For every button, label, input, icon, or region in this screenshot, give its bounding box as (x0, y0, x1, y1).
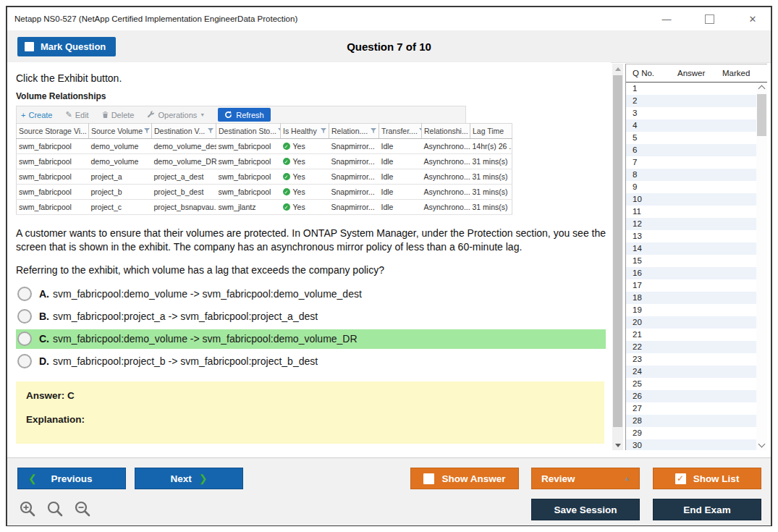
radio-button-icon[interactable] (17, 332, 32, 346)
chevron-left-icon: ❮ (28, 473, 37, 484)
save-session-button[interactable]: Save Session (531, 499, 640, 520)
question-list-item-9[interactable]: 9 (626, 181, 757, 193)
question-list-item-8[interactable]: 8 (626, 169, 757, 181)
zoom-out-icon[interactable] (74, 500, 91, 518)
plus-icon: + (21, 111, 25, 119)
question-counter: Question 7 of 10 (7, 30, 771, 62)
question-list-item-20[interactable]: 20 (626, 316, 757, 329)
minimize-icon[interactable]: — (660, 14, 673, 25)
column-header: Source Volume (89, 124, 152, 139)
question-list-item-13[interactable]: 13 (626, 230, 757, 242)
filter-icon (208, 128, 213, 134)
show-answer-button[interactable]: Show Answer (410, 468, 519, 489)
next-button[interactable]: Next ❯ (135, 468, 243, 489)
question-list-item-15[interactable]: 15 (626, 255, 757, 267)
review-dropdown[interactable]: Review ▲ (531, 468, 640, 489)
end-exam-button[interactable]: End Exam (653, 499, 761, 520)
question-list-item-25[interactable]: 25 (626, 378, 757, 390)
question-list-item-12[interactable]: 12 (626, 218, 757, 230)
question-list-item-6[interactable]: 6 (626, 144, 757, 156)
question-list-item-29[interactable]: 29 (626, 427, 757, 439)
question-list-item-24[interactable]: 24 (626, 366, 757, 378)
previous-button[interactable]: ❮ Previous (17, 468, 126, 489)
column-header: Destination V... (152, 124, 216, 139)
question-list-item-1[interactable]: 1 (626, 83, 757, 95)
mark-question-label: Mark Question (41, 41, 106, 52)
scrollbar-thumb[interactable] (613, 75, 622, 427)
zoom-reset-icon[interactable] (46, 500, 64, 518)
answer-explanation-panel: Answer: C Explanation: (16, 381, 604, 444)
question-list-item-27[interactable]: 27 (626, 402, 757, 415)
qno-column-header: Q No. (626, 69, 677, 77)
question-list-item-17[interactable]: 17 (626, 279, 757, 292)
table-row: swm_fabricpoolproject_cproject_bsnapvau.… (17, 200, 512, 215)
answer-option-a[interactable]: A.svm_fabricpool:demo_volume -> svm_fabr… (16, 284, 606, 304)
question-list-item-26[interactable]: 26 (626, 390, 757, 402)
zoom-in-icon[interactable] (19, 500, 36, 518)
refresh-button: Refresh (218, 108, 271, 122)
question-list-item-30[interactable]: 30 (626, 439, 757, 450)
answer-option-d[interactable]: D.svm_fabricpool:project_b -> svm_fabric… (16, 352, 606, 371)
question-list-item-14[interactable]: 14 (626, 242, 757, 255)
question-list-item-28[interactable]: 28 (626, 415, 757, 427)
scroll-down-icon[interactable] (756, 440, 767, 450)
question-list-item-21[interactable]: 21 (626, 329, 757, 341)
question-list-item-5[interactable]: 5 (626, 132, 757, 144)
question-list-item-22[interactable]: 22 (626, 341, 757, 353)
chevron-up-icon: ▲ (624, 475, 630, 482)
maximize-icon[interactable] (705, 14, 714, 24)
column-header: Destination Sto... (216, 124, 281, 139)
create-button: + Create (21, 111, 52, 119)
question-list-item-7[interactable]: 7 (626, 156, 757, 169)
question-prompt: Referring to the exhibit, which volume h… (16, 264, 611, 276)
scroll-up-icon[interactable] (612, 64, 623, 74)
radio-button-icon[interactable] (17, 287, 32, 301)
question-list-item-11[interactable]: 11 (626, 206, 757, 218)
marked-column-header: Marked (722, 69, 760, 77)
column-header: Source Storage Vi... (17, 124, 89, 139)
show-answer-checkbox[interactable] (423, 473, 434, 484)
question-list-item-19[interactable]: 19 (626, 304, 757, 316)
question-list-panel: Q No. Answer Marked 12345678910111213141… (625, 64, 767, 450)
scrollbar-thumb[interactable] (757, 94, 766, 136)
column-header: Transfer.... (379, 124, 422, 139)
column-header: Relationshi... (422, 124, 470, 139)
mark-question-checkbox[interactable] (25, 42, 34, 51)
question-list-item-4[interactable]: 4 (626, 119, 757, 132)
radio-button-icon[interactable] (17, 354, 32, 368)
question-list-header: Q No. Answer Marked (626, 64, 767, 83)
scroll-up-icon[interactable] (756, 83, 767, 93)
column-header: Lag Time (470, 124, 512, 139)
question-list-item-10[interactable]: 10 (626, 193, 757, 206)
answer-option-b[interactable]: B.svm_fabricpool:project_a -> svm_fabric… (16, 307, 606, 326)
explanation-line: Explanation: (26, 414, 594, 425)
pencil-icon: ✎ (65, 110, 72, 119)
question-header-band: Question 7 of 10 Mark Question (7, 30, 771, 63)
show-list-button[interactable]: ✓ Show List (653, 468, 761, 489)
edit-button: ✎ Edit (65, 110, 88, 119)
exhibit-panel: Volume Relationships + Create ✎ Edit Del… (16, 91, 466, 215)
title-bar: Netapp NS0-527 (NetApp Certified Impleme… (7, 7, 771, 31)
question-list-item-18[interactable]: 18 (626, 292, 757, 304)
scroll-down-icon[interactable] (612, 440, 623, 450)
content-scrollbar[interactable] (612, 64, 623, 450)
question-paragraph: A customer wants to ensure that their vo… (16, 227, 611, 254)
close-icon[interactable]: ✕ (746, 14, 759, 25)
question-list-item-3[interactable]: 3 (626, 107, 757, 119)
chevron-right-icon: ❯ (199, 473, 208, 484)
trash-icon (102, 111, 109, 119)
healthy-icon: ✓ (283, 173, 290, 180)
healthy-icon: ✓ (283, 188, 290, 195)
question-list-item-2[interactable]: 2 (626, 95, 757, 107)
volume-relationships-table: Source Storage Vi...Source VolumeDestina… (16, 123, 512, 215)
show-list-checkbox[interactable]: ✓ (675, 473, 686, 484)
filter-icon (278, 128, 281, 134)
question-list-item-23[interactable]: 23 (626, 353, 757, 366)
question-list-item-16[interactable]: 16 (626, 267, 757, 279)
exhibit-instruction: Click the Exhibit button. (16, 72, 611, 84)
window-controls: — ✕ (660, 14, 759, 25)
answer-option-c[interactable]: C.svm_fabricpool:demo_volume -> svm_fabr… (16, 329, 606, 349)
mark-question-button[interactable]: Mark Question (17, 37, 116, 56)
radio-button-icon[interactable] (17, 309, 32, 324)
question-list-scrollbar[interactable] (756, 83, 767, 450)
